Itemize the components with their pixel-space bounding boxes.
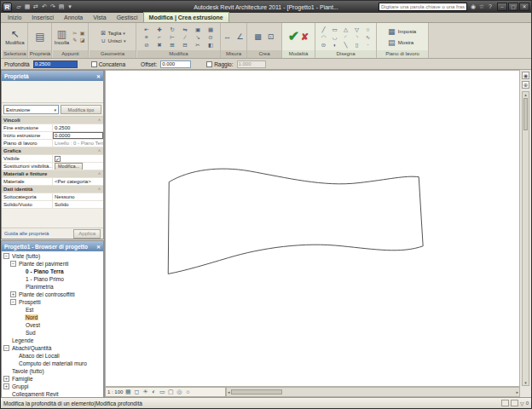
properties-palette-header[interactable]: Proprietà ✕	[2, 71, 103, 81]
close-icon[interactable]: ✕	[96, 73, 101, 79]
radius-input[interactable]	[237, 60, 266, 68]
collapse-group-icon[interactable]: ˄	[95, 170, 103, 177]
project-browser-header[interactable]: Progetto1 - Browser di progetto ✕	[2, 241, 103, 251]
tree-item-nord[interactable]: −Nord	[2, 314, 103, 321]
tab-inserisci[interactable]: Inserisci	[26, 13, 59, 22]
detail-level-icon[interactable]: ▦	[124, 388, 132, 396]
horizontal-scrollbar[interactable]: ◂ ▸	[226, 387, 520, 397]
tree-item-abaco-dei-locali[interactable]: −Abaco dei Locali	[2, 352, 103, 360]
show-crop-icon[interactable]: ▢	[166, 388, 175, 396]
mirror-icon[interactable]: ⇋	[179, 26, 192, 33]
scale-icon[interactable]: ↘	[192, 33, 205, 41]
tree-item-gruppi[interactable]: +Gruppi	[2, 383, 103, 390]
tree-item-planimetria[interactable]: −Planimetria	[2, 283, 103, 291]
trim-icon[interactable]: ⌐	[153, 33, 166, 41]
cut-element-icon[interactable]: ✂	[192, 41, 205, 49]
fillet-arc-icon[interactable]: ◝	[351, 33, 362, 41]
collapse-group-icon[interactable]: ˄	[95, 147, 103, 154]
property-value[interactable]: ✓	[53, 155, 103, 162]
temporary-hide-icon[interactable]: ◎	[175, 388, 183, 396]
rotate-icon[interactable]: ↻	[166, 26, 179, 33]
tree-item-est[interactable]: −Est	[2, 306, 103, 314]
tree-item-0-piano-terra[interactable]: −0 - Piano Terra	[2, 268, 103, 275]
tree-item-piante-dei-pavimenti[interactable]: −Piante dei pavimenti	[2, 260, 103, 268]
pin-icon[interactable]: ⊙	[205, 33, 217, 41]
property-value[interactable]: <Per categoria>	[53, 178, 103, 185]
tree-item-sud[interactable]: −Sud	[2, 329, 103, 337]
tab-vista[interactable]: Vista	[88, 13, 111, 22]
tree-item-ovest[interactable]: −Ovest	[2, 321, 103, 329]
copy-to-clipboard-icon[interactable]: ▣	[78, 30, 86, 37]
property-group-grafica[interactable]: Grafica˄	[2, 147, 103, 155]
type-selector[interactable]: Estrusione ▾	[3, 105, 59, 114]
point-tool-icon[interactable]: ·	[362, 41, 373, 49]
search-input[interactable]	[379, 3, 467, 11]
scroll-up-icon[interactable]: ▴	[524, 92, 527, 97]
property-value[interactable]: 0.0000	[53, 132, 103, 139]
tab-gestisci[interactable]: Gestisci	[112, 13, 143, 22]
application-menu-button[interactable]: R	[3, 3, 12, 12]
offset-icon[interactable]: ≡	[141, 33, 153, 41]
property-value[interactable]: 0.2500	[53, 124, 103, 131]
properties-help-link[interactable]: Guida alle proprietà	[4, 231, 49, 236]
tree-item-tavole-tutto[interactable]: −Tavole (tutto)	[2, 367, 103, 375]
scroll-left-icon[interactable]: ◂	[228, 389, 230, 395]
cut-icon[interactable]: ✂	[71, 30, 78, 37]
print-icon[interactable]: ▤	[57, 2, 66, 12]
collapse-icon[interactable]: −	[10, 299, 16, 305]
search-icon[interactable]: ◉	[469, 2, 477, 12]
ellipse-tool-icon[interactable]: ⊙	[318, 41, 329, 49]
tab-modifica-crea-estrusione[interactable]: Modifica | Crea estrusione	[143, 12, 229, 22]
expand-icon[interactable]: +	[10, 291, 16, 297]
tree-item-abachi-quantit[interactable]: −Abachi/Quantità	[2, 344, 103, 352]
horizontal-scroll-thumb[interactable]	[231, 389, 282, 395]
apply-button[interactable]: Applica	[73, 229, 101, 239]
show-workplane-button[interactable]: ▤Mostra	[385, 37, 419, 48]
minimize-button[interactable]: –	[497, 3, 507, 11]
angle-dimension-icon[interactable]: ∠	[234, 32, 246, 43]
tree-item-viste-tutto[interactable]: −Viste (tutto)	[2, 252, 103, 260]
visual-style-icon[interactable]: ◻	[132, 388, 141, 396]
join-icon[interactable]: ⊞	[166, 41, 179, 49]
cut-geometry-button[interactable]: ⊠Taglia▾	[98, 29, 128, 37]
crop-view-icon[interactable]: ▭	[158, 388, 166, 396]
tangent-arc-icon[interactable]: ◜	[340, 33, 351, 41]
modify-select-button[interactable]: ↖ Modifica	[5, 28, 24, 46]
sync-icon[interactable]: ⇄	[32, 2, 40, 12]
collapse-icon[interactable]: −	[10, 261, 16, 267]
checkbox[interactable]: ✓	[55, 156, 61, 162]
tree-item-legende[interactable]: −Legende	[2, 337, 103, 344]
tree-item-1-piano-primo[interactable]: −1 - Piano Primo	[2, 275, 103, 283]
extend-icon[interactable]: ⊢	[166, 33, 179, 41]
set-workplane-button[interactable]: ▦Imposta	[385, 26, 419, 37]
close-icon[interactable]: ✕	[96, 244, 101, 250]
split-icon[interactable]: ∕	[179, 33, 192, 41]
chain-checkbox[interactable]	[91, 61, 97, 67]
unjoin-icon[interactable]: ⊟	[179, 41, 192, 49]
scroll-right-icon[interactable]: ▸	[516, 389, 518, 395]
extrusion-sketch[interactable]	[168, 169, 423, 274]
expand-icon[interactable]: +	[3, 376, 9, 382]
property-value[interactable]: Livello : 0 - Piano Terra	[53, 140, 103, 147]
pick-walls-icon[interactable]: ▯	[351, 41, 362, 49]
maximize-button[interactable]: ▢	[508, 3, 518, 11]
tab-inizio[interactable]: Inizio	[3, 13, 26, 22]
rectangle-tool-icon[interactable]: ▭	[329, 26, 340, 33]
shadows-icon[interactable]: ◐	[149, 388, 158, 396]
drawing-canvas[interactable]	[105, 70, 520, 387]
radius-checkbox[interactable]	[206, 61, 212, 67]
vertical-scroll-thumb[interactable]	[523, 98, 528, 130]
tree-item-computo-dei-materiali-muro[interactable]: −Computo dei materiali muro	[2, 360, 103, 367]
property-group-dati-identit[interactable]: Dati identità˄	[2, 186, 103, 193]
start-end-radius-arc-icon[interactable]: ◠	[318, 33, 329, 41]
cancel-extrusion-button[interactable]: ✘	[301, 32, 309, 43]
property-value[interactable]: Nessuno	[53, 193, 103, 200]
line-tool-icon[interactable]: ╱	[318, 26, 329, 33]
join-geometry-button[interactable]: ∪Unisci▾	[98, 37, 128, 44]
save-icon[interactable]: ▦	[23, 2, 32, 12]
close-button[interactable]: ✕	[519, 3, 529, 11]
open-icon[interactable]: ▱	[14, 2, 23, 12]
unpin-icon[interactable]: ⊘	[141, 41, 153, 49]
favorites-star-icon[interactable]: ☆	[477, 2, 486, 12]
expand-icon[interactable]: +	[3, 383, 9, 389]
